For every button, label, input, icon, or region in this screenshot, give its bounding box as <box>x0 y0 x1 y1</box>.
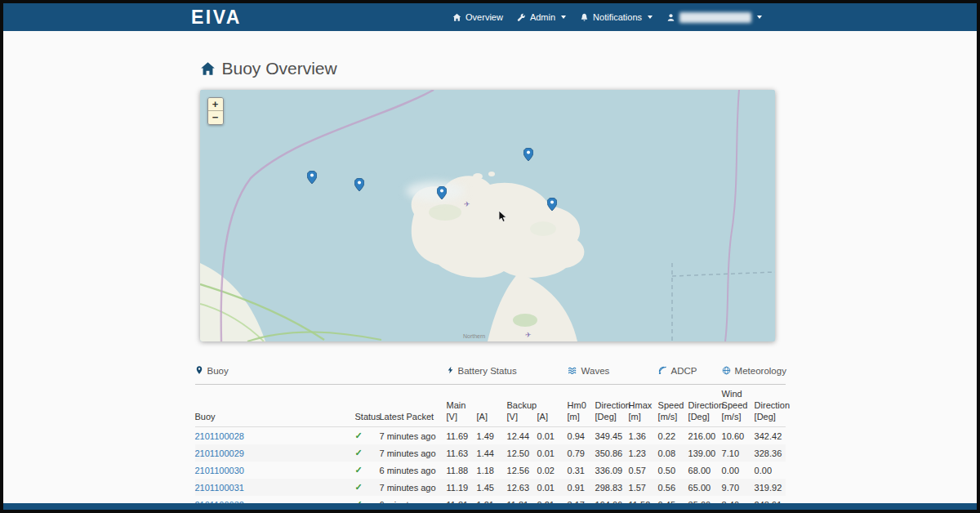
value-cell: 298.83 <box>595 479 629 496</box>
signal-icon <box>658 366 667 377</box>
group-buoy: Buoy <box>195 361 447 385</box>
group-waves-label: Waves <box>581 366 610 376</box>
group-waves: Waves <box>568 361 658 385</box>
latest-packet-cell: 6 minutes ago <box>380 462 447 479</box>
bell-icon <box>580 13 589 22</box>
value-cell: 68.00 <box>688 462 722 479</box>
value-cell: 12.44 <box>507 427 537 445</box>
value-cell: 9.70 <box>722 479 755 496</box>
value-cell: 11.69 <box>447 427 477 445</box>
table-row: 2101100030✓6 minutes ago11.881.1812.560.… <box>195 462 786 479</box>
value-cell: 0.00 <box>755 462 786 479</box>
bolt-icon <box>447 365 454 377</box>
value-cell: 11.88 <box>447 462 477 479</box>
value-cell: 342.42 <box>755 427 786 445</box>
map-marker-pin[interactable] <box>307 171 317 184</box>
status-cell: ✓ <box>355 427 380 445</box>
nav-items: Overview Admin Notifications <box>452 12 762 23</box>
buoy-id-cell: 2101100030 <box>195 462 355 479</box>
col-buoy: Buoy <box>195 385 355 427</box>
nav-admin[interactable]: Admin <box>517 12 566 22</box>
value-cell: 319.92 <box>755 479 786 496</box>
latest-packet-cell: 7 minutes ago <box>380 444 447 462</box>
value-cell: 1.57 <box>629 479 658 496</box>
latest-packet-cell: 7 minutes ago <box>380 427 447 445</box>
value-cell: 336.09 <box>595 462 629 479</box>
airport-icon: ✈ <box>464 200 470 208</box>
buoy-link[interactable]: 2101100030 <box>195 466 244 475</box>
col-hm0: Hm0 [m] <box>568 385 595 427</box>
airport-icon: ✈ <box>525 331 532 339</box>
main-content: Buoy Overview <box>195 31 786 513</box>
group-battery: Battery Status <box>447 361 568 385</box>
top-navbar: EIVA Overview Admin Notifications <box>3 3 977 31</box>
col-latest-packet: Latest Packet <box>380 385 447 427</box>
table-row: 2101100029✓7 minutes ago11.631.4412.500.… <box>195 444 786 462</box>
buoy-link[interactable]: 2101100031 <box>195 483 244 493</box>
map-privacy-blur <box>406 181 465 201</box>
col-adcp-direction: Direction [Deg] <box>688 385 722 427</box>
value-cell: 0.50 <box>658 462 688 479</box>
buoy-table: Buoy Battery Status Waves <box>195 361 786 513</box>
value-cell: 349.45 <box>595 427 629 445</box>
home-icon <box>452 13 461 22</box>
map-marker-pin[interactable] <box>523 148 533 161</box>
globe-icon <box>722 366 731 377</box>
col-wave-direction: Direction [Deg] <box>595 385 629 427</box>
col-wind-speed: Wind Speed [m/s] <box>722 385 755 427</box>
value-cell: 12.63 <box>507 479 537 496</box>
value-cell: 1.44 <box>477 444 507 462</box>
caret-down-icon <box>648 16 653 19</box>
status-cell: ✓ <box>355 462 380 479</box>
value-cell: 1.36 <box>629 427 658 445</box>
footer-bar <box>3 503 977 510</box>
group-battery-label: Battery Status <box>458 366 517 376</box>
value-cell: 11.63 <box>447 444 477 462</box>
map-marker-pin[interactable] <box>354 178 364 191</box>
value-cell: 0.01 <box>537 427 568 445</box>
value-cell: 0.01 <box>537 444 568 462</box>
group-meteorology: Meteorology <box>722 361 786 385</box>
value-cell: 7.10 <box>722 444 755 462</box>
status-ok-icon: ✓ <box>355 465 363 475</box>
value-cell: 0.79 <box>568 444 595 462</box>
status-cell: ✓ <box>355 479 380 496</box>
zoom-in-button[interactable]: + <box>208 98 223 111</box>
buoy-map[interactable]: ✈ ✈ Northern + − <box>200 90 775 341</box>
value-cell: 11.19 <box>447 479 477 496</box>
value-cell: 0.02 <box>537 462 568 479</box>
buoy-id-cell: 2101100028 <box>195 427 355 445</box>
caret-down-icon <box>561 16 566 19</box>
value-cell: 12.50 <box>507 444 537 462</box>
status-ok-icon: ✓ <box>355 448 363 457</box>
table-row: 2101100028✓7 minutes ago11.691.4912.440.… <box>195 427 786 445</box>
buoy-id-cell: 2101100029 <box>195 444 355 462</box>
latest-packet-cell: 7 minutes ago <box>380 479 447 496</box>
map-pin-icon <box>195 365 203 377</box>
value-cell: 0.94 <box>568 427 595 445</box>
nav-overview[interactable]: Overview <box>452 12 503 22</box>
nav-overview-label: Overview <box>466 12 503 22</box>
buoy-link[interactable]: 2101100028 <box>195 431 244 441</box>
group-meteorology-label: Meteorology <box>735 366 786 376</box>
nav-account-menu[interactable] <box>666 12 762 23</box>
col-backup-v: Backup [V] <box>507 385 537 427</box>
buoy-link[interactable]: 2101100029 <box>195 448 244 458</box>
zoom-out-button[interactable]: − <box>208 111 223 124</box>
eiva-logo[interactable]: EIVA <box>191 3 242 31</box>
value-cell: 328.36 <box>755 444 786 462</box>
account-name-redacted <box>679 12 751 23</box>
map-marker-pin[interactable] <box>547 198 557 211</box>
wrench-icon <box>517 13 526 22</box>
col-adcp-speed: Speed [m/s] <box>658 385 688 427</box>
nav-notifications[interactable]: Notifications <box>580 12 653 22</box>
value-cell: 65.00 <box>688 479 722 496</box>
value-cell: 1.18 <box>477 462 507 479</box>
table-group-header-row: Buoy Battery Status Waves <box>195 361 786 385</box>
table-column-header-row: Buoy Status Latest Packet Main [V] [A] B… <box>195 385 786 427</box>
value-cell: 0.31 <box>568 462 595 479</box>
nav-admin-label: Admin <box>530 12 555 22</box>
col-main-a: [A] <box>477 385 507 427</box>
map-marker-pin[interactable] <box>437 186 447 199</box>
group-buoy-label: Buoy <box>207 366 229 376</box>
